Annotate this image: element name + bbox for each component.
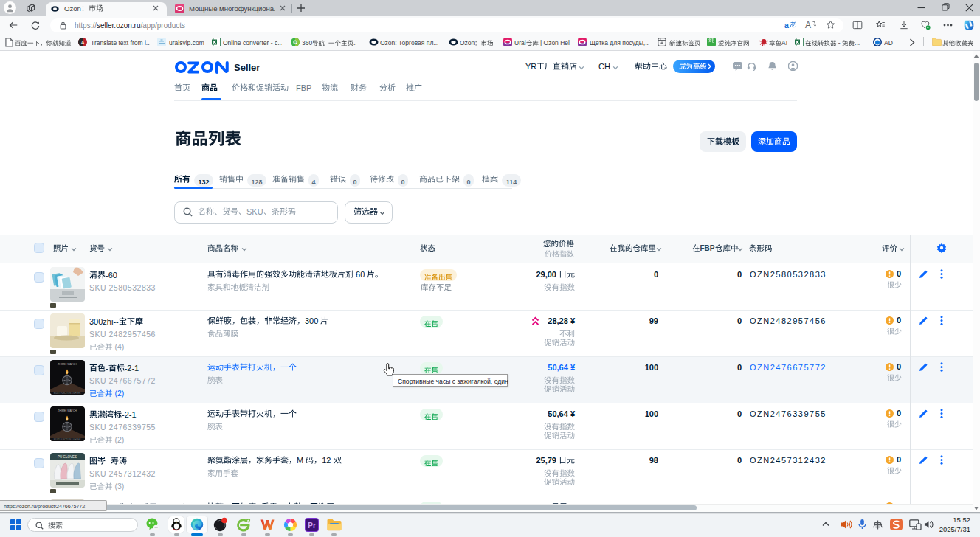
- svg-text:PU GLOVES: PU GLOVES: [58, 455, 77, 459]
- svg-text:ZHIMEI WATCH: ZHIMEI WATCH: [58, 363, 77, 366]
- svg-text:ZHIMEI WATCH: ZHIMEI WATCH: [58, 409, 77, 412]
- svg-text:MULTI FUNCTION LIGHTER: MULTI FUNCTION LIGHTER: [54, 392, 80, 395]
- svg-text:A: A: [81, 40, 85, 45]
- svg-text:MULTI FUNCTION LIGHTER: MULTI FUNCTION LIGHTER: [54, 438, 80, 441]
- svg-text:Pr: Pr: [308, 522, 316, 530]
